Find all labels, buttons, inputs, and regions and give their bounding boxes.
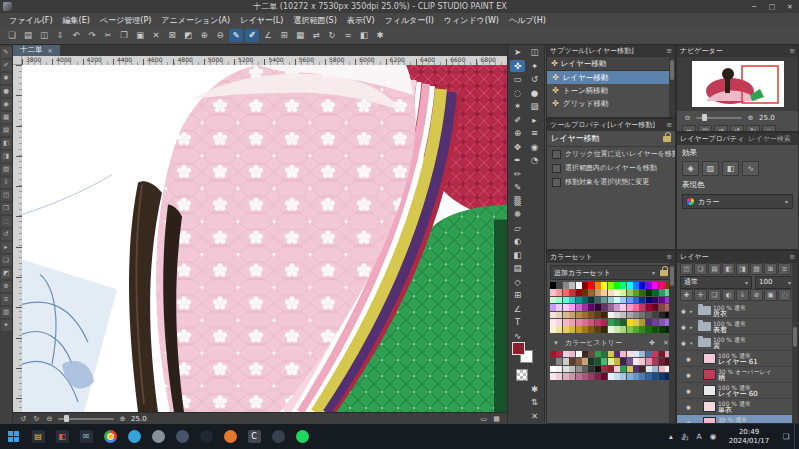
checkbox-icon[interactable] (552, 164, 561, 173)
history-color-swatch[interactable] (646, 351, 652, 358)
history-color-swatch[interactable] (576, 351, 582, 358)
zoom-tool[interactable]: ⊕ (510, 127, 525, 140)
snap-to-grid-icon[interactable]: ⊞ (277, 29, 291, 42)
color-swatch[interactable] (563, 289, 569, 296)
status-zoom-in[interactable]: ⊕ (117, 415, 128, 423)
color-swatch[interactable] (659, 297, 665, 304)
history-color-swatch[interactable] (550, 351, 556, 358)
color-swatch[interactable] (633, 312, 639, 319)
history-color-swatch[interactable] (627, 358, 633, 365)
layer-palette-icon-1[interactable]: ◫ (680, 263, 693, 275)
color-swatch[interactable] (556, 326, 562, 333)
history-color-swatch[interactable] (620, 358, 626, 365)
color-swatch[interactable] (639, 289, 645, 296)
history-color-swatch[interactable] (608, 358, 614, 365)
strip-subview-icon[interactable]: ◫ (527, 46, 542, 59)
fill-tool[interactable]: ◧ (510, 249, 525, 262)
eye-icon[interactable]: ◉ (679, 340, 688, 346)
dock-tool-property-icon[interactable]: ✱ (1, 73, 12, 84)
history-color-swatch[interactable] (633, 366, 639, 373)
ime-lang-icon[interactable]: A (692, 432, 706, 442)
history-color-swatch[interactable] (614, 358, 620, 365)
color-swatch[interactable] (627, 304, 633, 311)
color-swatch[interactable] (633, 282, 639, 289)
history-color-swatch[interactable] (608, 373, 614, 380)
color-swatch[interactable] (550, 319, 556, 326)
effect-extract-line-icon[interactable]: ∿ (742, 161, 759, 176)
subtool-group[interactable]: ✜ レイヤー移動 (547, 57, 675, 71)
subtool-item[interactable]: ✜トーン柄移動 (547, 84, 675, 97)
nav-actual-size[interactable]: ◫ (698, 125, 712, 133)
decoration-tool[interactable]: ❋ (510, 208, 525, 221)
color-swatch[interactable] (576, 326, 582, 333)
color-swatch[interactable] (569, 282, 575, 289)
color-swatch[interactable] (608, 297, 614, 304)
pencil-tool[interactable]: ✏ (510, 168, 525, 181)
layer-row[interactable]: ◉100 % 通常単衣 (677, 399, 792, 415)
lock-transparent-pixels-button[interactable]: ◌ (778, 289, 791, 301)
eye-icon[interactable]: ◉ (679, 308, 688, 314)
color-swatch[interactable] (652, 297, 658, 304)
menu-item-10[interactable]: ヘルプ(H) (504, 15, 551, 26)
color-swatch[interactable] (576, 304, 582, 311)
history-color-swatch[interactable] (569, 351, 575, 358)
color-swatch[interactable] (614, 297, 620, 304)
color-swatch[interactable] (639, 304, 645, 311)
strip-search-icon[interactable]: ◔ (527, 154, 542, 167)
color-swatch[interactable] (576, 297, 582, 304)
pen-mode-icon[interactable]: ✎ (229, 29, 243, 42)
layer-thumbnail[interactable] (703, 385, 716, 396)
nav-zoom-in[interactable]: ⊕ (745, 114, 756, 122)
create-mask-button[interactable]: ◐ (722, 289, 735, 301)
status-zoom-out[interactable]: ⊖ (44, 415, 55, 423)
snap-to-ruler-icon[interactable]: ∠ (261, 29, 275, 42)
dock-layer-icon[interactable]: ❏ (1, 255, 12, 266)
history-color-swatch[interactable] (582, 373, 588, 380)
history-color-swatch[interactable] (563, 373, 569, 380)
tool-property-option[interactable]: クリック位置に近いレイヤーを移動 (547, 147, 675, 161)
color-swatch[interactable] (595, 282, 601, 289)
taskbar-app-obs[interactable] (194, 424, 218, 449)
checkbox-icon[interactable] (552, 150, 561, 159)
strip-brush-size-icon[interactable]: ● (527, 87, 542, 100)
color-swatch[interactable] (652, 282, 658, 289)
history-color-swatch[interactable] (601, 373, 607, 380)
history-color-swatch[interactable] (595, 351, 601, 358)
menu-item-7[interactable]: 表示(V) (342, 15, 380, 26)
panel-menu-icon[interactable]: ≡ (666, 253, 672, 261)
blend-tool[interactable]: ◐ (510, 235, 525, 248)
rotate-view-icon[interactable]: ↻ (325, 29, 339, 42)
color-swatch[interactable] (659, 282, 665, 289)
color-swatch[interactable] (633, 289, 639, 296)
history-color-swatch[interactable] (646, 358, 652, 365)
dock-brush-size-icon[interactable]: ● (1, 86, 12, 97)
color-swatch[interactable] (569, 297, 575, 304)
clip-at-layer-button[interactable]: ⊘ (750, 289, 763, 301)
ruler-tool[interactable]: ∠ (510, 303, 525, 316)
lock-icon[interactable] (663, 136, 671, 142)
dock-quick-access-icon[interactable]: ✦ (1, 320, 12, 331)
history-color-swatch[interactable] (601, 358, 607, 365)
history-color-swatch[interactable] (646, 373, 652, 380)
layer-palette-icon-3[interactable]: ▤ (708, 263, 721, 275)
dock-history-icon[interactable]: ↺ (1, 229, 12, 240)
color-swatch[interactable] (659, 304, 665, 311)
color-swatch[interactable] (582, 312, 588, 319)
color-swatch[interactable] (646, 297, 652, 304)
dock-timeline-icon[interactable]: ≡ (1, 294, 12, 305)
taskbar-app-firefox[interactable] (218, 424, 242, 449)
action-center-icon[interactable]: ❏ (778, 432, 794, 441)
wand-tool[interactable]: ✶ (510, 100, 525, 113)
hidden-icons-button[interactable]: ▴ (664, 432, 678, 442)
layer-thumbnail[interactable] (703, 369, 716, 380)
ime-mode-icon[interactable]: あ (678, 432, 692, 442)
window-minimize-button[interactable]: ─ (745, 0, 763, 13)
color-swatch[interactable] (608, 304, 614, 311)
status-rotate-right[interactable]: ↻ (31, 415, 42, 423)
taskbar-clock[interactable]: 20:49 2024/01/17 (720, 428, 778, 446)
taskbar-app-mail[interactable]: ✉ (74, 424, 98, 449)
history-color-swatch[interactable] (550, 358, 556, 365)
color-swatch[interactable] (595, 312, 601, 319)
new-vector-layer-button[interactable]: ✛ (694, 289, 707, 301)
window-close-button[interactable]: ✕ (781, 0, 799, 13)
